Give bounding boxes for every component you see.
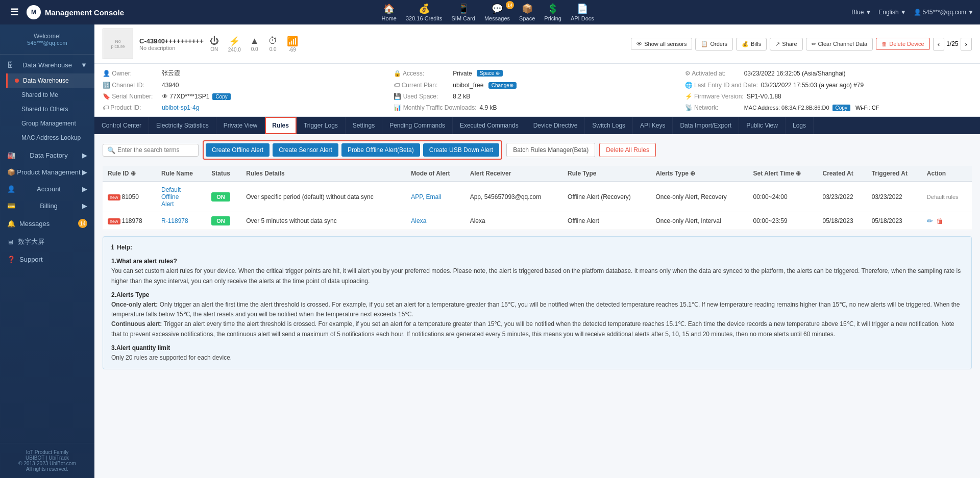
tab-rules[interactable]: Rules [265,117,297,134]
sidebar-toggle-data-warehouse[interactable]: 🗄 Data Warehouse ▼ [0,57,94,73]
sidebar-toggle-product-management[interactable]: 📦 Product Management ▶ [0,164,94,181]
sidebar-item-shared-to-others[interactable]: Shared to Others [6,102,94,116]
clear-channel-data-label: Clear Channel Data [818,41,868,47]
col-rule-id: Rule ID ⊕ [103,166,156,182]
nav-simcard[interactable]: 📱 SIM Card [451,3,475,21]
tab-api-keys[interactable]: API Keys [633,117,673,134]
sidebar-item-shared-to-me[interactable]: Shared to Me [6,88,94,102]
tab-pending-commands[interactable]: Pending Commands [382,117,453,134]
create-offline-alert-button[interactable]: Create Offline Alert [206,143,270,157]
create-rules-group: Create Offline Alert Create Sensor Alert… [203,140,502,160]
sidebar-product-management-label: Product Management [17,168,80,176]
mac-copy-button[interactable]: Copy [832,105,850,111]
sidebar-item-support[interactable]: ❓ Support [0,251,94,268]
create-usb-down-alert-button[interactable]: Create USB Down Alert [423,143,499,157]
orders-button[interactable]: 📋 Orders [695,38,733,51]
billing-chevron-icon: ▶ [82,202,87,210]
sidebar-user: Welcome! 545***@qq.com [0,24,94,55]
hamburger-menu[interactable]: ☰ [6,5,22,20]
page-info: 1/25 [946,40,958,47]
tab-electricity-statistics[interactable]: Electricity Statistics [149,117,216,134]
owner-icon: 👤 Owner: [103,70,159,77]
nav-credits[interactable]: 💰 320.16 Credits [406,3,443,21]
owner-value: 张云霞 [162,69,180,78]
sidebar-item-mac-address-lookup[interactable]: MAC Address Lookup [6,131,94,145]
firmware-icon: ⚡ Firmware Version: [685,93,744,100]
batch-rules-manager-button[interactable]: Batch Rules Manager(Beta) [506,143,595,157]
tab-logs[interactable]: Logs [786,117,814,134]
sidebar-item-group-management[interactable]: Group Management [6,116,94,131]
nav-home[interactable]: 🏠 Home [382,3,397,21]
meta-owner: 👤 Owner: 张云霞 [103,69,389,78]
mode-link-2[interactable]: Alexa [411,217,426,224]
tab-public-view[interactable]: Public View [739,117,786,134]
channel-id-value: 43940 [162,82,179,89]
sidebar-item-messages[interactable]: 🔔 Messages 14 [0,214,94,233]
rule-id-81050: new81050 [103,182,156,212]
continuous-bold: Continuous alert: [111,320,162,328]
tab-trigger-logs[interactable]: Trigger Logs [297,117,346,134]
sidebar-toggle-billing[interactable]: 💳 Billing ▶ [0,197,94,214]
simcard-icon: 📱 [458,3,469,14]
nav-pricing[interactable]: 💲 Pricing [544,3,561,21]
current-plan-badge: Change⊕ [488,82,517,89]
tab-data-import-export[interactable]: Data Import/Export [673,117,739,134]
status-on-button-1[interactable]: ON [211,192,230,202]
sidebar-toggle-data-factory[interactable]: 🏭 Data Factory ▶ [0,147,94,164]
nav-apidocs[interactable]: 📄 API Docs [571,3,594,21]
stat-signal1: ▲ 0.0 [250,36,259,53]
messages-sidebar-icon: 🔔 [7,220,15,228]
tab-control-center[interactable]: Control Center [94,117,149,134]
create-sensor-alert-button[interactable]: Create Sensor Alert [273,143,338,157]
data-warehouse-chevron-icon: ▼ [81,61,87,69]
show-all-sensors-button[interactable]: 👁 Show all sensors [631,38,692,50]
product-id-value[interactable]: ubibot-sp1-4g [162,104,199,111]
nav-messages[interactable]: 💬 Messages 14 [484,3,510,21]
serial-copy-button[interactable]: Copy [212,93,230,100]
rules-table: Rule ID ⊕ Rule Name Status Rules Details… [103,166,972,230]
tab-private-view[interactable]: Private View [216,117,265,134]
meta-activated: ⚙ Activated at: 03/23/2022 16:32:05 (Asi… [685,69,972,78]
tab-switch-logs[interactable]: Switch Logs [585,117,633,134]
rules-area: 🔍 Create Offline Alert Create Sensor Ale… [94,134,980,478]
pricing-icon: 💲 [547,3,558,14]
edit-rule-icon[interactable]: ✏ [927,217,933,225]
nav-space-label: Space [519,15,535,21]
status-on-button-2[interactable]: ON [211,216,230,225]
default-rules-label: Default rules [927,194,959,200]
bills-button[interactable]: 💰 Bills [736,38,767,51]
clear-icon: ✏ [812,41,816,47]
tab-executed-commands[interactable]: Executed Commands [453,117,526,134]
next-page-button[interactable]: › [961,38,972,51]
language-chevron-icon: ▼ [900,9,906,16]
rule-name-link-2[interactable]: R-118978 [161,217,188,224]
delete-all-rules-label: Delete All Rules [606,146,649,154]
tab-device-directive[interactable]: Device Directive [526,117,585,134]
new-badge-1: new [108,194,120,200]
sidebar-item-display[interactable]: 🖥 数字大屏 [0,233,94,251]
language-dropdown[interactable]: English ▼ [878,9,906,16]
user-dropdown[interactable]: 👤 545***@qq.com ▼ [914,9,974,16]
sidebar-sub-data-warehouse: Data Warehouse Shared to Me Shared to Ot… [0,73,94,145]
mode-link-1[interactable]: APP, Email [411,193,441,200]
sidebar-toggle-account[interactable]: 👤 Account ▶ [0,181,94,197]
share-button[interactable]: ↗ Share [770,38,802,51]
search-input[interactable] [117,146,194,154]
tab-settings[interactable]: Settings [346,117,382,134]
user-icon: 👤 [914,9,921,16]
delete-rule-icon[interactable]: 🗑 [936,217,943,225]
top-nav-right: Blue ▼ English ▼ 👤 545***@qq.com ▼ [851,9,974,16]
delete-device-button[interactable]: 🗑 Delete Device [876,38,929,50]
nav-apidocs-label: API Docs [571,15,594,21]
blue-dropdown[interactable]: Blue ▼ [851,9,871,16]
rule-name-link-1[interactable]: DefaultOfflineAlert [161,186,181,208]
probe-offline-alert-button[interactable]: Probe Offline Alert(Beta) [341,143,420,157]
sidebar-item-data-warehouse[interactable]: Data Warehouse [6,73,94,88]
bills-icon: 💰 [742,41,749,47]
nav-space[interactable]: 📦 Space [519,3,535,21]
clear-channel-data-button[interactable]: ✏ Clear Channel Data [806,38,873,51]
current-plan-value: ubibot_free [453,82,485,89]
prev-page-button[interactable]: ‹ [933,38,944,51]
rule-alerts-type-2: Once-only Alert, Interval [650,212,748,230]
delete-all-rules-button[interactable]: Delete All Rules [599,143,656,157]
